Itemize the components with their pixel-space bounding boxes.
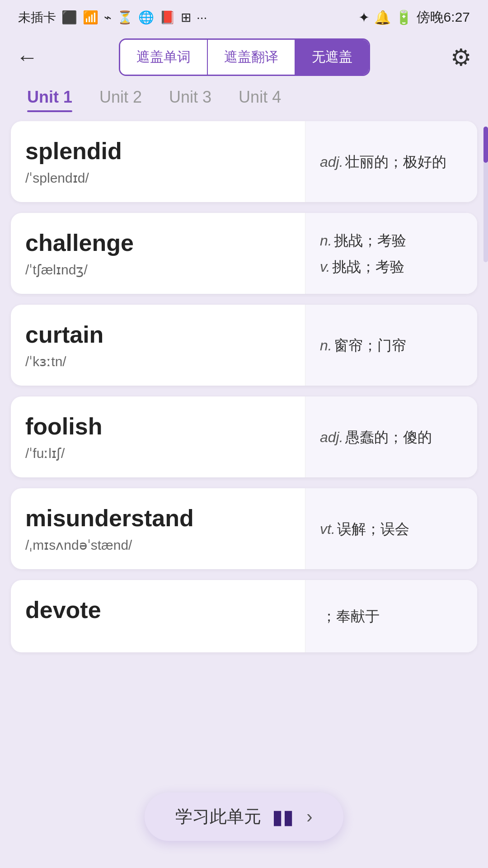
tab-unit2[interactable]: Unit 2 <box>99 88 142 110</box>
tab-unit3[interactable]: Unit 3 <box>169 88 211 110</box>
scrollbar-thumb[interactable] <box>483 127 488 163</box>
cover-translation-button[interactable]: 遮盖翻译 <box>207 40 295 75</box>
word-english-splendid: splendid <box>25 137 291 165</box>
word-def-challenge-2: v.挑战；考验 <box>320 256 463 278</box>
grid-icon: ⊞ <box>181 10 191 25</box>
word-cards-container: splendid /ˈsplendɪd/ adj.壮丽的；极好的 challen… <box>0 121 488 743</box>
word-english-devote: devote <box>25 596 291 623</box>
word-def-curtain-1: n.窗帘；门帘 <box>320 335 463 356</box>
status-bar: 未插卡 ⬛ 📶 ⌁ ⏳ 🌐 📕 ⊞ ··· ✦ 🔔 🔋 傍晚6:27 <box>0 0 488 31</box>
word-def-challenge: n.挑战；考验 v.挑战；考验 <box>305 213 477 294</box>
word-card-misunderstand[interactable]: misunderstand /ˌmɪsʌndəˈstænd/ vt.误解；误会 <box>11 488 477 569</box>
word-def-splendid-1: adj.壮丽的；极好的 <box>320 151 463 173</box>
word-def-misunderstand: vt.误解；误会 <box>305 488 477 569</box>
word-def-devote: ；奉献于 <box>305 580 477 652</box>
word-def-foolish: adj.愚蠢的；傻的 <box>305 396 477 477</box>
battery-icon: 🔋 <box>395 9 412 25</box>
word-english-foolish: foolish <box>25 413 291 440</box>
unit-tabs: Unit 1 Unit 2 Unit 3 Unit 4 <box>0 83 488 121</box>
study-label: 学习此单元 <box>175 805 261 828</box>
status-right: ✦ 🔔 🔋 傍晚6:27 <box>358 8 470 27</box>
word-def-foolish-1: adj.愚蠢的；傻的 <box>320 426 463 448</box>
pos-splendid-1: adj. <box>320 154 343 170</box>
pos-curtain-1: n. <box>320 337 332 354</box>
more-icon: ··· <box>197 10 207 25</box>
word-phonetic-misunderstand: /ˌmɪsʌndəˈstænd/ <box>25 537 291 553</box>
word-card-devote[interactable]: devote ；奉献于 <box>11 580 477 652</box>
hourglass-icon: ⏳ <box>117 10 133 25</box>
word-english-challenge: challenge <box>25 229 291 256</box>
word-def-misunderstand-1: vt.误解；误会 <box>320 518 463 540</box>
toolbar: ← 遮盖单词 遮盖翻译 无遮盖 ⚙ <box>0 31 488 83</box>
tab-unit4[interactable]: Unit 4 <box>239 88 281 110</box>
study-unit-button[interactable]: 学习此单元 ▮▮ › <box>145 793 343 841</box>
word-card-splendid[interactable]: splendid /ˈsplendɪd/ adj.壮丽的；极好的 <box>11 121 477 202</box>
word-def-curtain: n.窗帘；门帘 <box>305 305 477 386</box>
word-left-splendid: splendid /ˈsplendɪd/ <box>11 121 305 202</box>
word-left-devote: devote <box>11 580 305 652</box>
word-card-challenge[interactable]: challenge /ˈtʃælɪndʒ/ n.挑战；考验 v.挑战；考验 <box>11 213 477 294</box>
pos-challenge-2: v. <box>320 259 330 275</box>
globe-icon: 🌐 <box>138 10 154 25</box>
word-left-curtain: curtain /ˈkɜːtn/ <box>11 305 305 386</box>
word-card-foolish[interactable]: foolish /ˈfuːlɪʃ/ adj.愚蠢的；傻的 <box>11 396 477 477</box>
clock: 傍晚6:27 <box>417 8 470 27</box>
cover-word-button[interactable]: 遮盖单词 <box>120 40 207 75</box>
tab-unit1[interactable]: Unit 1 <box>27 88 72 110</box>
bell-icon: 🔔 <box>374 9 391 25</box>
pos-misunderstand-1: vt. <box>320 521 335 537</box>
study-arrow-icon: › <box>306 807 312 827</box>
word-left-misunderstand: misunderstand /ˌmɪsʌndəˈstænd/ <box>11 488 305 569</box>
word-def-challenge-1: n.挑战；考验 <box>320 230 463 251</box>
book-icon: 📕 <box>160 10 175 25</box>
no-cover-button[interactable]: 无遮盖 <box>295 40 369 75</box>
status-left: 未插卡 ⬛ 📶 ⌁ ⏳ 🌐 📕 ⊞ ··· <box>18 9 207 26</box>
word-def-devote-1: ；奉献于 <box>320 605 463 627</box>
word-phonetic-curtain: /ˈkɜːtn/ <box>25 354 291 369</box>
pos-challenge-1: n. <box>320 232 332 249</box>
word-english-misunderstand: misunderstand <box>25 505 291 532</box>
back-button[interactable]: ← <box>16 47 38 68</box>
pos-foolish-1: adj. <box>320 429 343 445</box>
word-phonetic-foolish: /ˈfuːlɪʃ/ <box>25 445 291 461</box>
study-cards-icon: ▮▮ <box>272 805 294 828</box>
sim-status: 未插卡 <box>18 9 56 26</box>
word-card-curtain[interactable]: curtain /ˈkɜːtn/ n.窗帘；门帘 <box>11 305 477 386</box>
word-phonetic-challenge: /ˈtʃælɪndʒ/ <box>25 262 291 278</box>
word-left-challenge: challenge /ˈtʃælɪndʒ/ <box>11 213 305 294</box>
screenshot-icon: ⬛ <box>61 10 77 25</box>
usb-icon: ⌁ <box>104 10 112 25</box>
settings-button[interactable]: ⚙ <box>450 44 472 71</box>
word-english-curtain: curtain <box>25 321 291 348</box>
scrollbar-track <box>483 127 488 262</box>
wifi-icon: 📶 <box>83 10 99 25</box>
bluetooth-icon: ✦ <box>358 9 370 25</box>
word-def-splendid: adj.壮丽的；极好的 <box>305 121 477 202</box>
word-phonetic-splendid: /ˈsplendɪd/ <box>25 170 291 186</box>
cover-button-group: 遮盖单词 遮盖翻译 无遮盖 <box>119 38 370 76</box>
word-left-foolish: foolish /ˈfuːlɪʃ/ <box>11 396 305 477</box>
